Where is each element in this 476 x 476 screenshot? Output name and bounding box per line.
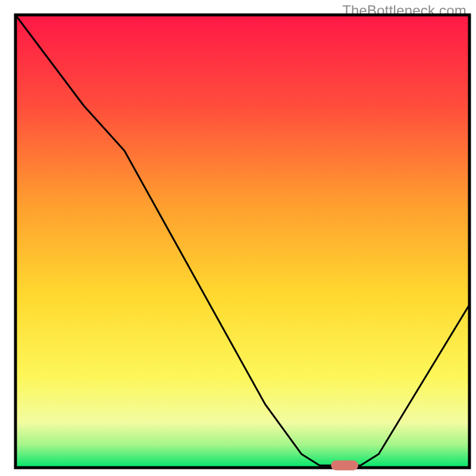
chart-svg [0,0,476,476]
chart-frame: TheBottleneck.com [0,0,476,476]
plot-background [15,15,469,468]
highlight-marker [331,461,358,471]
